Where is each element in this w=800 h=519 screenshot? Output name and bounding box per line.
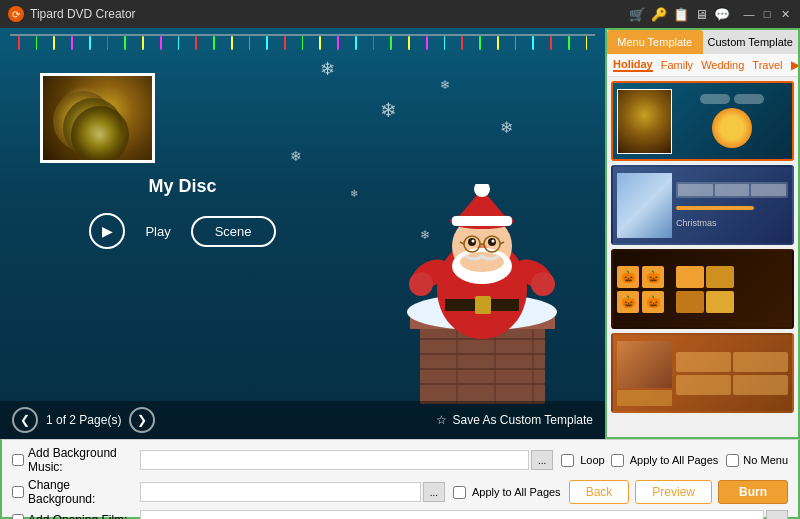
svg-rect-21	[452, 216, 512, 226]
change-bg-apply-checkbox[interactable]	[453, 486, 466, 499]
light-bulb	[124, 36, 126, 50]
category-bar: Holiday Family Wedding Travel ▶	[607, 54, 798, 77]
minimize-button[interactable]: —	[742, 7, 756, 21]
close-button[interactable]: ✕	[778, 7, 792, 21]
light-bulb	[586, 36, 588, 50]
clipboard-icon[interactable]: 📋	[673, 7, 689, 22]
snowflake: ❄	[380, 98, 397, 122]
template-card-halloween[interactable]: 🎃 🎃 🎃 🎃	[611, 249, 794, 329]
nav-left: ❮ 1 of 2 Page(s) ❯	[12, 407, 155, 433]
maximize-button[interactable]: □	[760, 7, 774, 21]
change-bg-checkbox[interactable]	[12, 486, 24, 498]
action-buttons: ▶ Play Scene	[0, 213, 365, 249]
opening-film-input[interactable]	[140, 510, 764, 519]
template-right-2: Christmas	[676, 182, 788, 228]
template-left-4	[617, 341, 672, 406]
template-thumb-4a	[676, 352, 731, 372]
light-bulb	[337, 36, 339, 50]
save-template-button[interactable]: ☆ Save As Custom Template	[436, 413, 593, 427]
template-watermark: Christmas	[676, 218, 788, 228]
scene-button[interactable]: Scene	[191, 216, 276, 247]
svg-point-24	[472, 240, 475, 243]
light-bulb	[532, 36, 534, 50]
no-menu-label[interactable]: No Menu	[726, 454, 788, 467]
template-btn-row	[700, 94, 764, 104]
template-card-winter[interactable]: Christmas	[611, 165, 794, 245]
light-bulb	[444, 36, 446, 50]
bg-music-checkbox[interactable]	[12, 454, 24, 466]
toolbar-icons: 🛒 🔑 📋 🖥 💬	[629, 7, 730, 22]
opening-film-browse-button[interactable]: ...	[766, 510, 788, 519]
apply-all-checkbox[interactable]	[611, 454, 624, 467]
back-button[interactable]: Back	[569, 480, 630, 504]
category-more-arrow[interactable]: ▶	[791, 58, 800, 72]
light-bulb	[71, 36, 73, 50]
cart-icon[interactable]: 🛒	[629, 7, 645, 22]
change-bg-apply: Apply to All Pages	[453, 486, 561, 499]
no-menu-checkbox[interactable]	[726, 454, 739, 467]
bg-music-input[interactable]	[140, 450, 529, 470]
window-controls: — □ ✕	[742, 7, 792, 21]
prev-page-button[interactable]: ❮	[12, 407, 38, 433]
tab-menu-template[interactable]: Menu Template	[607, 30, 703, 54]
svg-point-25	[492, 240, 495, 243]
template-thumb-1	[617, 89, 672, 154]
light-bulb	[142, 36, 144, 50]
light-bulb	[426, 36, 428, 50]
template-row-3	[676, 266, 788, 288]
bg-music-label[interactable]: Add Background Music:	[12, 446, 132, 474]
template-mini-btn	[700, 94, 730, 104]
light-bulb	[195, 36, 197, 50]
play-label: Play	[145, 224, 170, 239]
change-bg-row: Change Background: ... Apply to All Page…	[12, 478, 788, 506]
change-bg-browse-button[interactable]: ...	[423, 482, 445, 502]
light-bulb	[302, 36, 304, 50]
template-mini-1	[678, 184, 713, 196]
light-bulb	[213, 36, 215, 50]
burn-button[interactable]: Burn	[718, 480, 788, 504]
light-bulb	[249, 36, 251, 50]
bg-music-browse-button[interactable]: ...	[531, 450, 553, 470]
template-card-christmas[interactable]	[611, 81, 794, 161]
tab-custom-template[interactable]: Custom Template	[703, 30, 799, 54]
opening-film-checkbox[interactable]	[12, 514, 24, 519]
light-bulb	[89, 36, 91, 50]
preview-button[interactable]: Preview	[635, 480, 712, 504]
bg-music-text: Add Background Music:	[28, 446, 132, 474]
page-info: 1 of 2 Page(s)	[46, 413, 121, 427]
template-row-3b	[676, 291, 788, 313]
chat-icon[interactable]: 💬	[714, 7, 730, 22]
light-bulb	[373, 36, 375, 50]
light-bulb	[53, 36, 55, 50]
bg-music-input-wrap: ...	[140, 450, 553, 470]
light-bulb	[515, 36, 517, 50]
light-bulb	[390, 36, 392, 50]
no-menu-text: No Menu	[743, 454, 788, 466]
light-bulb	[178, 36, 180, 50]
template-icons-3: 🎃 🎃 🎃 🎃	[617, 266, 672, 313]
category-wedding[interactable]: Wedding	[701, 59, 744, 71]
save-template-label: Save As Custom Template	[452, 413, 593, 427]
template-card-4[interactable]	[611, 333, 794, 413]
bg-music-row: Add Background Music: ... Loop Apply to …	[12, 446, 788, 474]
template-right-1	[676, 94, 788, 148]
snowflake: ❄	[440, 78, 450, 92]
category-family[interactable]: Family	[661, 59, 693, 71]
lights-decoration	[0, 28, 605, 56]
monitor-icon[interactable]: 🖥	[695, 7, 708, 22]
category-travel[interactable]: Travel	[752, 59, 782, 71]
template-tabs: Menu Template Custom Template	[607, 30, 798, 54]
change-bg-input[interactable]	[140, 482, 421, 502]
action-buttons-right: No Menu	[726, 454, 788, 467]
template-right-4	[676, 352, 788, 395]
key-icon[interactable]: 🔑	[651, 7, 667, 22]
next-page-button[interactable]: ❯	[129, 407, 155, 433]
loop-checkbox[interactable]	[561, 454, 574, 467]
category-holiday[interactable]: Holiday	[613, 58, 653, 72]
template-thumb-4c	[676, 375, 731, 395]
template-mini-3	[751, 184, 786, 196]
play-button[interactable]: ▶	[89, 213, 125, 249]
change-bg-label[interactable]: Change Background:	[12, 478, 132, 506]
opening-film-label[interactable]: Add Opening Film:	[12, 513, 132, 519]
halloween-icon-3: 🎃	[617, 291, 639, 313]
